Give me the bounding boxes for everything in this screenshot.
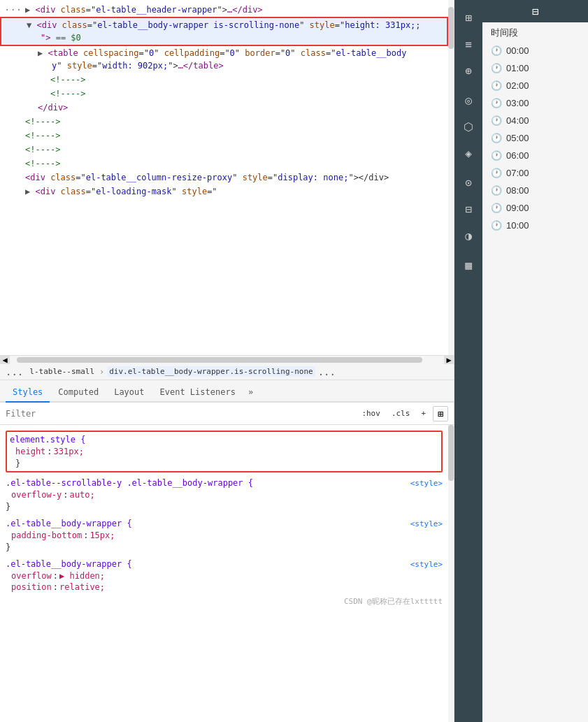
time-item[interactable]: 🕐00:00 <box>482 42 588 59</box>
css-prop-name[interactable]: overflow <box>11 571 52 581</box>
css-panel: element.style { height : 331px; } .el-ta… <box>0 425 448 722</box>
css-prop-name[interactable]: padding-bottom <box>11 530 82 540</box>
filter-input[interactable] <box>6 409 352 419</box>
css-prop-value[interactable]: ▶ hidden; <box>59 571 105 581</box>
html-tree-vscrollbar[interactable] <box>448 0 454 355</box>
css-prop-value[interactable]: relative; <box>59 582 105 592</box>
hscroll-thumb[interactable] <box>17 357 422 363</box>
tab-computed[interactable]: Computed <box>51 383 106 403</box>
hscroll-track[interactable] <box>10 357 444 363</box>
tab-more[interactable]: » <box>244 383 257 401</box>
plus-button[interactable]: + <box>417 407 430 420</box>
breadcrumb-item[interactable]: l-table--small <box>27 366 96 377</box>
icon-sidebar: ⊞ ≡ ⊕ ◎ ⬡ ◈ ⊙ ⊟ ◑ ▦ <box>454 0 482 722</box>
css-panel-vscrollbar[interactable] <box>448 425 454 722</box>
css-close-brace: } <box>10 457 438 470</box>
icon-btn-circle[interactable]: ◎ <box>457 88 480 112</box>
breadcrumb-item-active[interactable]: div.el-table__body-wrapper.is-scrolling-… <box>107 366 315 377</box>
hscroll-right-arrow[interactable]: ▶ <box>444 356 454 364</box>
html-line: ▶ <table cellspacing="0" cellpadding="0"… <box>0 46 448 73</box>
clock-icon: 🕐 <box>491 133 502 143</box>
time-item[interactable]: 🕐01:00 <box>482 59 588 77</box>
icon-btn-chart[interactable]: ⬡ <box>457 115 480 138</box>
css-prop-name[interactable]: overflow-y <box>11 490 62 500</box>
time-item[interactable]: 🕐07:00 <box>482 164 588 182</box>
triangle-icon[interactable]: ▶ <box>38 48 43 58</box>
html-line-selected[interactable]: ▼ <div class="el-table__body-wrapper is-… <box>0 17 448 46</box>
html-tree-wrapper: ... ▶ <div class="el-table__header-wrapp… <box>0 0 454 355</box>
html-line: <!----> <box>0 115 448 129</box>
css-prop-value[interactable]: 331px; <box>54 447 84 456</box>
time-list: 🕐00:00🕐01:00🕐02:00🕐03:00🕐04:00🕐05:00🕐06:… <box>482 42 588 234</box>
vscrollbar2-thumb[interactable] <box>448 425 454 481</box>
css-source[interactable]: <style> <box>410 560 443 569</box>
time-label: 03:00 <box>506 98 529 108</box>
css-rule-3: .el-table__body-wrapper { <style> overfl… <box>0 556 448 594</box>
html-hscrollbar[interactable]: ◀ ▶ <box>0 355 454 363</box>
attr-name: class <box>50 173 76 182</box>
css-selector[interactable]: element.style { <box>10 435 85 445</box>
filter-icon-button[interactable]: ⊞ <box>433 406 448 421</box>
css-prop-value[interactable]: 15px; <box>89 530 115 540</box>
time-label: 10:00 <box>506 220 529 231</box>
tab-styles[interactable]: Styles <box>6 383 50 403</box>
attr-value: el-table__body <box>336 48 406 58</box>
cls-button[interactable]: .cls <box>387 407 415 420</box>
icon-btn-palette[interactable]: ◈ <box>457 141 480 165</box>
css-source[interactable]: <style> <box>410 519 443 528</box>
vscrollbar-thumb[interactable] <box>448 7 454 49</box>
time-item[interactable]: 🕐10:00 <box>482 217 588 234</box>
css-prop-name[interactable]: position <box>11 582 52 592</box>
icon-btn-network[interactable]: ⊕ <box>457 59 480 82</box>
watermark: CSDN @昵称已存在lxttttt <box>344 596 443 607</box>
css-rule-header: element.style { <box>10 433 438 446</box>
css-colon: : <box>53 571 58 581</box>
css-selector[interactable]: .el-table--scrollable-y .el-table__body-… <box>6 478 253 488</box>
html-tree: ... ▶ <div class="el-table__header-wrapp… <box>0 0 448 355</box>
icon-btn-monitor[interactable]: ⊟ <box>457 197 480 221</box>
tab-event-listeners[interactable]: Event Listeners <box>153 383 243 403</box>
icon-btn-grid[interactable]: ⊞ <box>457 6 480 29</box>
icon-btn-brush[interactable]: ◑ <box>457 224 480 247</box>
time-item[interactable]: 🕐04:00 <box>482 112 588 129</box>
triangle-icon[interactable]: ▼ <box>27 20 31 30</box>
html-line: <!----> <box>0 87 448 101</box>
html-tag: …</table> <box>178 61 224 71</box>
time-item[interactable]: 🕐09:00 <box>482 199 588 217</box>
time-item[interactable]: 🕐06:00 <box>482 147 588 164</box>
time-item[interactable]: 🕐08:00 <box>482 182 588 199</box>
css-selector[interactable]: .el-table__body-wrapper { <box>6 519 132 528</box>
icon-btn-list[interactable]: ≡ <box>457 32 480 56</box>
clock-icon: 🕐 <box>491 80 502 91</box>
css-selector[interactable]: .el-table__body-wrapper { <box>6 559 132 569</box>
attr-name: style <box>310 20 335 30</box>
time-item[interactable]: 🕐03:00 <box>482 94 588 112</box>
breadcrumb-more[interactable]: ... <box>318 366 336 377</box>
triangle-icon[interactable]: ▶ <box>25 5 30 15</box>
html-tag: …</div> <box>227 5 263 15</box>
html-tag: <div <box>25 173 50 182</box>
time-item[interactable]: 🕐05:00 <box>482 129 588 147</box>
hscroll-left-arrow[interactable]: ◀ <box>0 356 10 364</box>
filter-bar: :hov .cls + ⊞ <box>0 403 454 425</box>
icon-btn-table[interactable]: ▦ <box>457 253 480 277</box>
css-panel-wrapper: element.style { height : 331px; } .el-ta… <box>0 425 454 722</box>
clock-icon: 🕐 <box>491 203 502 213</box>
tab-layout[interactable]: Layout <box>107 383 151 403</box>
icon-btn-person[interactable]: ⊙ <box>457 171 480 194</box>
attr-name: class <box>61 187 86 196</box>
css-prop-name[interactable]: height <box>15 447 45 456</box>
hov-button[interactable]: :hov <box>357 407 385 420</box>
attr-name: cellspacing <box>83 48 138 58</box>
time-item[interactable]: 🕐02:00 <box>482 77 588 94</box>
css-prop-line: overflow-y : auto; <box>0 489 448 500</box>
breadcrumb-dots[interactable]: ... <box>4 366 24 377</box>
triangle-icon[interactable]: ▶ <box>25 187 30 196</box>
breadcrumb: ... l-table--small › div.el-table__body-… <box>0 363 454 380</box>
clock-icon: 🕐 <box>491 168 502 178</box>
css-rule-1: .el-table--scrollable-y .el-table__body-… <box>0 475 448 514</box>
css-source[interactable]: <style> <box>410 479 443 488</box>
css-prop-value[interactable]: auto; <box>69 490 94 500</box>
html-comment: <!----> <box>50 75 86 85</box>
css-prop-line: overflow : ▶ hidden; <box>0 570 448 582</box>
